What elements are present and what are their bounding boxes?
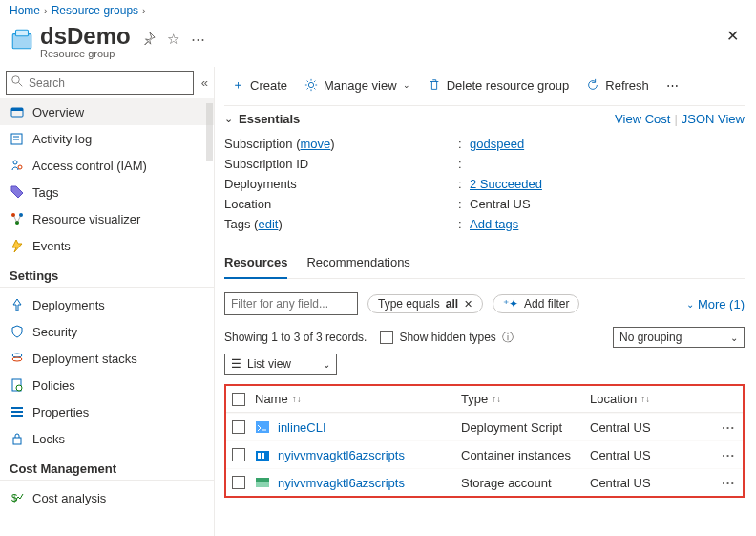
breadcrumb-home[interactable]: Home xyxy=(10,4,40,17)
svg-rect-31 xyxy=(256,482,269,487)
add-tags-link[interactable]: Add tags xyxy=(470,217,518,231)
sidebar-item-access-control[interactable]: Access control (IAM) xyxy=(0,152,214,179)
tab-resources[interactable]: Resources xyxy=(224,249,287,279)
svg-point-16 xyxy=(12,354,22,357)
chevron-down-icon: ⌄ xyxy=(403,80,410,90)
create-button[interactable]: ＋ Create xyxy=(224,73,295,97)
tags-edit-link[interactable]: edit xyxy=(258,217,278,231)
sidebar-item-resource-visualizer[interactable]: Resource visualizer xyxy=(0,205,214,232)
delete-button[interactable]: Delete resource group xyxy=(420,75,578,96)
page-header: dsDemo Resource group ☆ ⋯ ✕ xyxy=(0,21,756,67)
svg-rect-30 xyxy=(256,478,269,482)
svg-rect-5 xyxy=(11,108,23,111)
sidebar-item-activity-log[interactable]: Activity log xyxy=(0,125,214,152)
activity-log-icon xyxy=(10,131,25,146)
row-more-button[interactable]: ··· xyxy=(720,420,737,435)
breadcrumb: Home › Resource groups › xyxy=(0,0,756,21)
info-icon[interactable]: ⓘ xyxy=(502,330,514,346)
svg-rect-29 xyxy=(262,453,264,459)
more-commands-button[interactable]: ⋯ xyxy=(659,75,686,96)
table-header-row: Name ↑↓ Type ↑↓ Location ↑↓ xyxy=(226,386,743,413)
resource-location-cell: Central US xyxy=(590,448,682,462)
deployments-value-link[interactable]: 2 Succeeded xyxy=(470,177,542,191)
deployments-icon xyxy=(10,297,25,312)
deployment-script-icon xyxy=(255,419,270,435)
refresh-button[interactable]: Refresh xyxy=(578,75,657,96)
filter-input[interactable] xyxy=(224,292,358,315)
column-header-type[interactable]: Type ↑↓ xyxy=(461,392,590,406)
subscription-value-link[interactable]: godspeed xyxy=(470,137,524,151)
sidebar-head-cost: Cost Management xyxy=(0,452,214,481)
sidebar-item-policies[interactable]: Policies xyxy=(0,372,214,398)
show-hidden-checkbox[interactable] xyxy=(380,331,393,344)
sidebar-item-tags[interactable]: Tags xyxy=(0,179,214,205)
sidebar-item-overview[interactable]: Overview xyxy=(0,98,214,125)
more-icon[interactable]: ⋯ xyxy=(191,31,205,48)
star-icon[interactable]: ☆ xyxy=(167,31,179,48)
resource-name-link[interactable]: inlineCLI xyxy=(278,420,326,435)
essentials-grid: Subscription (move) : godspeed Subscript… xyxy=(224,132,745,244)
sidebar-item-events[interactable]: Events xyxy=(0,232,214,259)
sidebar-item-properties[interactable]: Properties xyxy=(0,398,214,425)
chevron-down-icon: ⌄ xyxy=(224,113,233,125)
svg-rect-26 xyxy=(256,421,269,433)
sidebar-item-label: Security xyxy=(32,325,77,339)
sidebar-item-label: Locks xyxy=(32,432,65,446)
row-more-button[interactable]: ··· xyxy=(720,476,737,490)
clear-filter-icon[interactable]: ✕ xyxy=(464,298,472,311)
sidebar-item-security[interactable]: Security xyxy=(0,318,214,345)
sidebar-item-label: Resource visualizer xyxy=(32,212,140,226)
search-input-wrapper[interactable] xyxy=(6,71,194,95)
json-view-link[interactable]: JSON View xyxy=(682,112,745,126)
row-more-button[interactable]: ··· xyxy=(720,448,737,462)
type-filter-pill[interactable]: Type equals all ✕ xyxy=(368,294,483,313)
subscription-move-link[interactable]: move xyxy=(301,137,331,151)
table-row[interactable]: nyivvmvagktl6azscripts Container instanc… xyxy=(226,440,743,468)
container-instances-icon xyxy=(255,447,270,462)
plus-icon: ＋ xyxy=(232,76,244,94)
sidebar-item-label: Access control (IAM) xyxy=(32,159,147,173)
gear-icon xyxy=(304,78,318,92)
sidebar-head-settings: Settings xyxy=(0,259,214,288)
svg-rect-23 xyxy=(13,438,21,444)
manage-view-button[interactable]: Manage view ⌄ xyxy=(297,75,418,96)
tab-recommendations[interactable]: Recommendations xyxy=(306,249,410,278)
sidebar-item-locks[interactable]: Locks xyxy=(0,425,214,452)
pin-icon[interactable] xyxy=(142,32,156,48)
svg-rect-1 xyxy=(16,30,29,36)
table-row[interactable]: inlineCLI Deployment Script Central US ·… xyxy=(226,413,743,440)
resource-name-link[interactable]: nyivvmvagktl6azscripts xyxy=(278,476,405,490)
storage-account-icon xyxy=(255,475,270,490)
collapse-sidebar-button[interactable]: « xyxy=(201,75,208,90)
resource-name-link[interactable]: nyivvmvagktl6azscripts xyxy=(278,448,405,462)
sidebar-item-deployment-stacks[interactable]: Deployment stacks xyxy=(0,345,214,372)
sidebar-item-deployments[interactable]: Deployments xyxy=(0,291,214,318)
view-cost-link[interactable]: View Cost xyxy=(615,112,670,126)
svg-point-9 xyxy=(13,161,17,164)
add-filter-button[interactable]: ⁺✦ Add filter xyxy=(493,294,579,313)
scrollbar-thumb[interactable] xyxy=(206,103,213,161)
chevron-down-icon: ⌄ xyxy=(730,332,738,343)
close-button[interactable]: ✕ xyxy=(719,23,746,49)
select-all-checkbox[interactable] xyxy=(232,393,245,406)
row-checkbox[interactable] xyxy=(232,448,245,461)
page-title: dsDemo xyxy=(40,23,131,50)
essentials-header[interactable]: ⌄ Essentials View Cost | JSON View xyxy=(224,106,745,132)
sidebar-item-cost-analysis[interactable]: $ Cost analysis xyxy=(0,484,214,511)
column-header-name[interactable]: Name ↑↓ xyxy=(255,392,461,406)
sidebar-item-label: Tags xyxy=(32,185,58,200)
sidebar-item-label: Policies xyxy=(32,378,75,393)
svg-point-2 xyxy=(12,76,20,84)
search-input[interactable] xyxy=(29,76,188,90)
grouping-select[interactable]: No grouping ⌄ xyxy=(613,327,745,348)
breadcrumb-resource-groups[interactable]: Resource groups xyxy=(52,4,138,17)
table-row[interactable]: nyivvmvagktl6azscripts Storage account C… xyxy=(226,468,743,496)
more-filters-button[interactable]: ⌄ More (1) xyxy=(686,297,745,311)
row-checkbox[interactable] xyxy=(232,420,245,434)
command-bar: ＋ Create Manage view ⌄ Delete resource g… xyxy=(224,71,745,106)
column-header-location[interactable]: Location ↑↓ xyxy=(590,392,682,406)
list-view-select[interactable]: ☰ List view ⌄ xyxy=(224,354,337,375)
row-checkbox[interactable] xyxy=(232,476,245,489)
stacks-icon xyxy=(10,351,25,366)
filter-bar: Type equals all ✕ ⁺✦ Add filter ⌄ More (… xyxy=(224,292,745,315)
